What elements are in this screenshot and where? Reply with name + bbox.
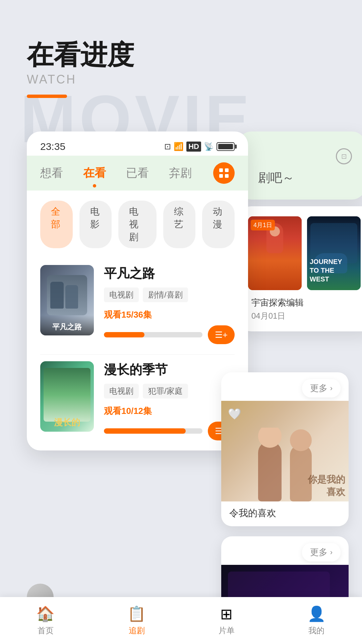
battery-icon <box>217 142 235 151</box>
filter-all[interactable]: 全部 <box>40 201 73 248</box>
filter-chips: 全部 电影 电视剧 综艺 动漫 <box>27 191 248 258</box>
tab-watched[interactable]: 已看 <box>126 165 149 187</box>
signal-icon: 📡 <box>204 142 214 151</box>
small-poster-2[interactable]: JOURNEYTO THEWEST <box>307 216 361 290</box>
tag-type-2: 电视剧 <box>104 384 139 398</box>
chevron-right-icon-1: › <box>330 384 333 393</box>
orange-underbar <box>27 95 67 98</box>
progress-bar-bg-1 <box>104 332 202 337</box>
movie-item-1[interactable]: 平凡之路 平凡之路 电视剧 剧情/喜剧 观看15/36集 ☰+ <box>27 258 248 354</box>
rec-img-1-text: 你是我的喜欢 <box>308 474 345 498</box>
filter-tv[interactable]: 电视剧 <box>118 201 156 248</box>
posters-row: 4月1日 JOURNEYTO THEWEST <box>248 216 362 290</box>
progress-bar-fill-1 <box>104 332 144 337</box>
right-cards: ⊡ 剧吧～ 4月1日 <box>238 131 362 331</box>
tag-genre-2: 犯罪/家庭 <box>143 384 188 398</box>
tag-genre-1: 剧情/喜剧 <box>143 287 188 302</box>
nfc-icon: ⊡ <box>164 142 171 151</box>
tag-type-1: 电视剧 <box>104 287 139 302</box>
chevron-right-icon-2: › <box>330 548 333 557</box>
nav-tracking[interactable]: 📋 追剧 <box>114 602 159 639</box>
bottom-nav: 🏠 首页 📋 追剧 ⊞ 片单 👤 我的 <box>0 597 362 644</box>
journey-title: JOURNEYTO THEWEST <box>310 257 358 283</box>
rec-card-1[interactable]: 更多 › 🤍 你是我的喜欢 令我的喜欢 <box>221 372 349 526</box>
poster-card-subtitle: 宇宙探索编辑 <box>248 297 362 309</box>
rec-card-img-1: 🤍 你是我的喜欢 <box>221 401 349 501</box>
small-poster-1[interactable]: 4月1日 <box>248 216 302 290</box>
profile-icon: 👤 <box>307 605 326 623</box>
tracking-icon: 📋 <box>127 605 146 623</box>
watch-progress-text-1: 观看15/36集 <box>104 309 235 321</box>
home-icon: 🏠 <box>36 605 55 623</box>
movie-info-1: 平凡之路 电视剧 剧情/喜剧 观看15/36集 ☰+ <box>104 265 235 344</box>
filter-variety[interactable]: 综艺 <box>163 201 196 248</box>
status-time: 23:35 <box>40 141 65 152</box>
tab-dropped[interactable]: 弃剧 <box>169 165 192 187</box>
tabs-menu-button[interactable] <box>213 162 235 184</box>
nav-home-label: 首页 <box>38 625 54 636</box>
heart-icon: 🤍 <box>228 408 241 420</box>
movie-poster-1: 平凡之路 <box>40 265 94 335</box>
status-icons: ⊡ 📶 HD 📡 <box>164 142 235 152</box>
sp-label-1: 4月1日 <box>251 220 275 230</box>
poster-1-title: 平凡之路 <box>40 315 94 335</box>
nfc-right-icon: ⊡ <box>336 148 352 164</box>
page-header: 在看进度 WATCH <box>0 0 362 111</box>
nav-profile-label: 我的 <box>308 625 324 636</box>
filter-movie[interactable]: 电影 <box>79 201 112 248</box>
tabs-row: 想看 在看 已看 弃剧 <box>27 156 248 191</box>
tab-want-watch[interactable]: 想看 <box>40 165 63 187</box>
progress-bar-bg-2 <box>104 428 202 434</box>
green-card: ⊡ 剧吧～ <box>238 131 362 200</box>
list-add-icon-1: ☰+ <box>215 330 228 340</box>
grid-icon <box>219 168 229 178</box>
more-pill-2[interactable]: 更多 › <box>302 543 341 561</box>
page-title-en: WATCH <box>27 72 335 87</box>
posters-card: 4月1日 JOURNEYTO THEWEST 宇宙探索编辑 04月01日 <box>238 206 362 331</box>
movie-title-1: 平凡之路 <box>104 265 235 282</box>
more-pill-1[interactable]: 更多 › <box>302 379 341 397</box>
rec-card-2-header: 更多 › <box>221 536 349 565</box>
page-title-zh: 在看进度 <box>27 40 335 70</box>
rec-card-1-header: 更多 › <box>221 372 349 401</box>
progress-row-1: ☰+ <box>104 325 235 344</box>
green-card-text: 剧吧～ <box>258 170 352 186</box>
nav-tracking-label: 追剧 <box>129 625 145 636</box>
movie-poster-2: 漫长的 <box>40 361 94 432</box>
rec-card-1-title: 令我的喜欢 <box>221 501 349 526</box>
poster-card-date: 04月01日 <box>248 309 362 321</box>
nav-home[interactable]: 🏠 首页 <box>23 602 68 639</box>
nav-playlist-label: 片单 <box>219 625 235 636</box>
progress-bar-fill-2 <box>104 428 186 434</box>
movie-tags-1: 电视剧 剧情/喜剧 <box>104 287 235 302</box>
status-bar: 23:35 ⊡ 📶 HD 📡 <box>27 131 248 156</box>
wifi-icon: 📶 <box>174 142 184 151</box>
hd-badge: HD <box>186 142 201 152</box>
nav-profile[interactable]: 👤 我的 <box>294 602 339 639</box>
tab-watching[interactable]: 在看 <box>83 165 106 187</box>
filter-anime[interactable]: 动漫 <box>202 201 235 248</box>
nav-playlist[interactable]: ⊞ 片单 <box>205 602 248 639</box>
list-add-button-1[interactable]: ☰+ <box>208 325 235 344</box>
playlist-icon: ⊞ <box>220 605 233 623</box>
